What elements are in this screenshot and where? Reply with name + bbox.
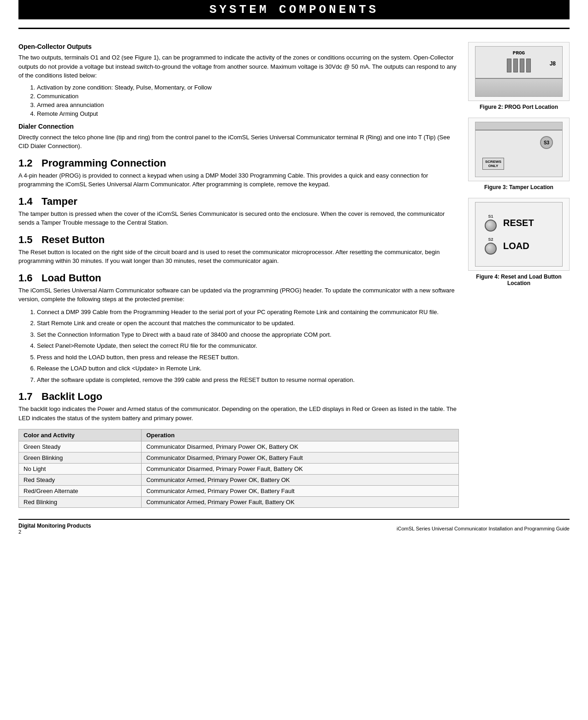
footer-left: Digital Monitoring Products 2 — [18, 523, 91, 535]
table-cell-operation: Communicator Armed, Primary Power OK, Ba… — [142, 475, 459, 486]
board-lines — [475, 78, 562, 96]
list-item: Activation by zone condition: Steady, Pu… — [37, 84, 459, 91]
table-cell-operation: Communicator Disarmed, Primary Power Fau… — [142, 464, 459, 475]
load-button-graphic — [485, 243, 497, 255]
figure-3-caption: Figure 3: Tamper Location — [468, 184, 570, 190]
footer-company: Digital Monitoring Products — [18, 523, 91, 529]
table-cell-color: Green Blinking — [19, 452, 142, 464]
open-collector-heading: Open-Collector Outputs — [18, 43, 459, 50]
figure-3: S3 SCREWSONLY Figure 3: Tamper Location — [468, 118, 570, 190]
table-row: Red BlinkingCommunicator Armed, Primary … — [19, 497, 459, 508]
table-row: Red SteadyCommunicator Armed, Primary Po… — [19, 475, 459, 486]
table-cell-operation: Communicator Armed, Primary Power Fault,… — [142, 497, 459, 508]
table-cell-operation: Communicator Disarmed, Primary Power OK,… — [142, 452, 459, 464]
table-row: Green SteadyCommunicator Disarmed, Prima… — [19, 441, 459, 452]
prog-port-diagram: PROG J8 — [475, 46, 563, 97]
table-row: No LightCommunicator Disarmed, Primary P… — [19, 464, 459, 475]
figure-4-box: S1 RESET S2 LOAD — [468, 198, 570, 271]
page-footer: Digital Monitoring Products 2 iComSL Ser… — [18, 519, 570, 535]
tamper-board-top — [475, 122, 562, 131]
table-col1-header: Color and Activity — [19, 429, 142, 441]
section-1-4-para: The tamper button is pressed when the co… — [18, 209, 459, 227]
reset-text: RESET — [503, 218, 534, 228]
s2-label: S2 — [488, 237, 493, 242]
figure-2: PROG J8 Figure 2: PROG Port Location — [468, 42, 570, 110]
pin-3 — [520, 59, 524, 72]
section-1-6-title: Load Button — [42, 272, 101, 284]
content-area: Open-Collector Outputs The two outputs, … — [18, 37, 570, 508]
j8-label: J8 — [550, 60, 556, 67]
table-row: Green BlinkingCommunicator Disarmed, Pri… — [19, 452, 459, 464]
open-collector-para: The two outputs, terminals O1 and O2 (se… — [18, 53, 459, 80]
reset-load-diagram: S1 RESET S2 LOAD — [475, 202, 563, 267]
s1-label: S1 — [488, 214, 493, 219]
footer-page-number: 2 — [18, 529, 21, 535]
section-1-7-title: Backlit Logo — [42, 391, 102, 403]
section-1-2-header: 1.2 Programming Connection — [18, 157, 459, 169]
dialer-heading: Dialer Connection — [18, 123, 459, 130]
section-1-2-number: 1.2 — [18, 157, 42, 169]
step-item: After the software update is completed, … — [37, 375, 459, 385]
reset-row: S1 RESET — [485, 214, 534, 232]
figure-4-caption: Figure 4: Reset and Load Button Location — [468, 274, 570, 286]
load-text: LOAD — [503, 241, 529, 251]
section-1-2-title: Programming Connection — [42, 157, 166, 169]
section-1-5-header: 1.5 Reset Button — [18, 234, 459, 246]
section-1-4-header: 1.4 Tamper — [18, 196, 459, 208]
figure-column: PROG J8 Figure 2: PROG Port Location — [468, 42, 570, 286]
step-item: Press and hold the LOAD button, then pre… — [37, 353, 459, 362]
section-1-2-para: A 4-pin header (PROG) is provided to con… — [18, 171, 459, 189]
section-1-6-number: 1.6 — [18, 272, 42, 284]
reset-button-graphic — [485, 220, 497, 232]
section-1-7-para: The backlit logo indicates the Power and… — [18, 405, 459, 422]
screws-only-label: SCREWSONLY — [485, 160, 501, 168]
table-cell-color: Red Blinking — [19, 497, 142, 508]
table-cell-operation: Communicator Armed, Primary Power OK, Ba… — [142, 486, 459, 497]
list-item: Communication — [37, 93, 459, 100]
load-row: S2 LOAD — [485, 237, 529, 255]
s3-button: S3 — [540, 136, 553, 149]
table-cell-color: Red/Green Alternate — [19, 486, 142, 497]
table-cell-color: Green Steady — [19, 441, 142, 452]
page-title: SYSTEM COMPONENTS — [18, 3, 570, 17]
step-item: Start Remote Link and create or open the… — [37, 319, 459, 328]
backlit-table: Color and Activity Operation Green Stead… — [18, 429, 459, 508]
step-item: Select Panel>Remote Update, then select … — [37, 341, 459, 351]
section-1-6-header: 1.6 Load Button — [18, 272, 459, 284]
screws-only-box: SCREWSONLY — [482, 158, 504, 170]
step-item: Connect a DMP 399 Cable from the Program… — [37, 308, 459, 317]
section-1-5-title: Reset Button — [42, 234, 105, 246]
figure-3-box: S3 SCREWSONLY — [468, 118, 570, 181]
figure-2-caption: Figure 2: PROG Port Location — [468, 104, 570, 110]
section-1-6-para: The iComSL Series Universal Alarm Commun… — [18, 286, 459, 304]
header-divider — [18, 28, 570, 29]
section-1-4-title: Tamper — [42, 196, 77, 208]
section-1-7-header: 1.7 Backlit Logo — [18, 391, 459, 403]
table-cell-color: No Light — [19, 464, 142, 475]
figure-2-box: PROG J8 — [468, 42, 570, 101]
steps-list: Connect a DMP 399 Cable from the Program… — [37, 308, 459, 385]
figure-4: S1 RESET S2 LOAD — [468, 198, 570, 286]
text-column: Open-Collector Outputs The two outputs, … — [18, 37, 459, 508]
pin-4 — [526, 59, 531, 72]
section-1-5-number: 1.5 — [18, 234, 42, 246]
table-cell-color: Red Steady — [19, 475, 142, 486]
pin-2 — [513, 59, 518, 72]
table-row: Red/Green AlternateCommunicator Armed, P… — [19, 486, 459, 497]
section-1-5-para: The Reset button is located on the right… — [18, 248, 459, 266]
footer-right: iComSL Series Universal Communicator Ins… — [397, 526, 570, 531]
tamper-diagram: S3 SCREWSONLY — [475, 122, 563, 177]
list-item: Armed area annunciation — [37, 101, 459, 108]
section-1-4-number: 1.4 — [18, 196, 42, 208]
page-header: SYSTEM COMPONENTS — [18, 0, 570, 19]
step-item: Release the LOAD button and click <Updat… — [37, 364, 459, 373]
table-cell-operation: Communicator Disarmed, Primary Power OK,… — [142, 441, 459, 452]
prog-label: PROG — [513, 50, 525, 56]
section-1-7-number: 1.7 — [18, 391, 42, 403]
table-col2-header: Operation — [142, 429, 459, 441]
prog-pins — [507, 59, 531, 72]
list-item: Remote Arming Output — [37, 110, 459, 117]
pin-1 — [507, 59, 511, 72]
s3-label: S3 — [544, 140, 549, 145]
open-collector-list: Activation by zone condition: Steady, Pu… — [37, 84, 459, 117]
